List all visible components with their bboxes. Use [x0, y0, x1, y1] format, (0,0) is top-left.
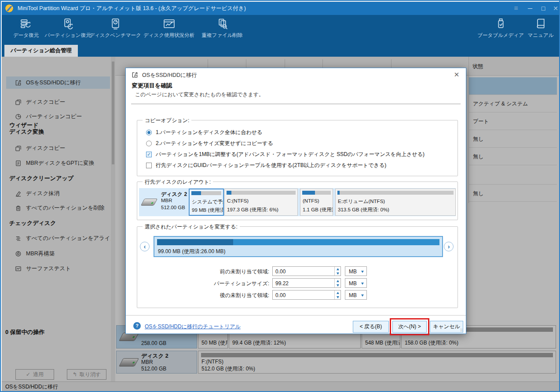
help-icon[interactable]: ?: [133, 322, 141, 330]
resize-grip[interactable]: ⠿: [460, 328, 465, 333]
minimize-icon[interactable]: ─: [524, 2, 536, 15]
resize-partition-group: 選択されたパーティションを変更する: ‹ 99.00 MB (使用済:26.00…: [137, 226, 458, 308]
toolbar-manual[interactable]: マニュアル: [525, 18, 556, 39]
data-recovery-icon: [20, 18, 32, 30]
checkbox-use-guid[interactable]: 行先ディスクにGUIDパーティションテーブルを使用する(2TB以上のディスクをサ…: [146, 162, 386, 169]
title-bar: MiniTool Partition Wizard プロ・アルティメット版 13…: [2, 2, 560, 15]
spinner-down-icon: [335, 283, 340, 287]
partition-recovery-icon: [62, 18, 74, 30]
radio-no-resize[interactable]: 2.パーティションをサイズ変更せずにコピーする: [146, 140, 273, 147]
tab-partition-management[interactable]: パーティション総合管理: [4, 45, 78, 57]
layout-disk-info: ディスク 2 MBR 512.00 GB: [139, 188, 189, 216]
toolbar-disk-benchmark[interactable]: ディスクベンチマーク: [88, 18, 143, 39]
spinner[interactable]: [334, 279, 340, 287]
window-title: MiniTool Partition Wizard プロ・アルティメット版 13…: [18, 5, 246, 12]
spinner-down-icon: [335, 295, 340, 299]
target-layout-group: 行先ディスクのレイアウト: ディスク 2 MBR 512.00 GB システムで…: [137, 181, 458, 220]
maximize-icon[interactable]: □: [538, 2, 549, 15]
partition-size-slider[interactable]: 99.00 MB (使用済:26.00 MB): [154, 236, 443, 257]
toolbar-data-recovery[interactable]: データ復元: [6, 18, 46, 39]
disk-benchmark-icon: [110, 18, 121, 30]
slider-bar[interactable]: [157, 239, 439, 245]
checkbox-checked-icon[interactable]: ✓: [146, 152, 152, 157]
radio-icon[interactable]: [146, 141, 152, 146]
layout-partition-system-reserved[interactable]: システムで予約 99 MB (使用済: [189, 189, 224, 216]
toolbar-space-analyzer[interactable]: ディスク使用状況分析: [141, 18, 197, 39]
main-toolbar: データ復元 パーティション復元 ディスクベンチマーク ディスク使用状況分析 重複…: [2, 15, 560, 45]
space-analyzer-icon: [163, 18, 175, 30]
toolbar-duplicate-finder[interactable]: 重複ファイル削除: [198, 18, 246, 39]
unit-dropdown[interactable]: MB: [345, 266, 367, 276]
close-icon[interactable]: ✕: [550, 2, 560, 15]
radio-selected-icon[interactable]: [146, 130, 152, 135]
spinner-down-icon: [335, 271, 340, 276]
back-button[interactable]: < 戻る(B): [353, 321, 389, 333]
unallocated-before-input[interactable]: 0.00: [272, 266, 341, 276]
dialog-title: OSをSSD/HDDに移行: [142, 72, 197, 79]
spinner-up-icon: [335, 290, 340, 295]
slider-used-segment: [157, 239, 233, 245]
dialog-close-icon[interactable]: ✕: [452, 70, 461, 80]
menu-icon[interactable]: ≡: [510, 2, 522, 15]
unallocated-after-input[interactable]: 0.00: [272, 290, 341, 300]
slider-label: 99.00 MB (使用済:26.00 MB): [158, 248, 225, 255]
checkbox-icon[interactable]: [146, 163, 152, 168]
migrate-os-dialog: OSをSSD/HDDに移行 ✕ 変更項目を確認 このページにおいて変更されたもの…: [125, 68, 466, 334]
tutorial-link[interactable]: OSをSSD/HDDに移行のチュートリアル: [145, 323, 241, 330]
app-logo-icon: [5, 4, 14, 13]
chevron-right-icon[interactable]: ›: [444, 242, 454, 251]
layout-disk-row: ディスク 2 MBR 512.00 GB システムで予約 99 MB (使用済 …: [139, 188, 456, 216]
toolbar-bootable-media[interactable]: ブータブルメディア: [476, 18, 525, 39]
dialog-heading: 変更項目を確認: [132, 82, 172, 90]
spinner-up-icon: [335, 267, 340, 271]
migrate-os-icon: [132, 72, 138, 78]
chevron-left-icon[interactable]: ‹: [140, 242, 150, 251]
annotation-highlight: [390, 318, 429, 335]
cancel-button[interactable]: キャンセル: [430, 321, 463, 333]
tab-bar: パーティション総合管理: [2, 45, 560, 57]
duplicate-finder-icon: [216, 18, 228, 30]
dialog-subheading: このページにおいて変更されたものを確認できます。: [135, 91, 264, 98]
layout-partition-e[interactable]: E:ボリューム(NTFS) 313.5 GB (使用済: 0%): [335, 189, 456, 216]
dropdown-arrow-icon: [361, 294, 364, 297]
toolbar-partition-recovery[interactable]: パーティション復元: [44, 18, 92, 39]
unit-dropdown[interactable]: MB: [345, 278, 367, 288]
divider: [126, 315, 466, 316]
disk-icon: [141, 199, 158, 206]
checkbox-align-1mb[interactable]: ✓ パーティションを1MBに調整する(アドバンスド・フォーマットディスクと SS…: [146, 151, 425, 158]
spinner[interactable]: [334, 290, 340, 299]
unit-dropdown[interactable]: MB: [345, 290, 367, 300]
dropdown-arrow-icon: [361, 283, 364, 285]
dropdown-arrow-icon: [361, 271, 364, 273]
layout-partition-c[interactable]: C:(NTFS) 197.3 GB (使用済: 6%): [224, 189, 298, 216]
layout-partition-ntfs[interactable]: (NTFS) 1.1 GB (使用済: [300, 189, 333, 216]
manual-icon: [535, 18, 547, 30]
app-window: MiniTool Partition Wizard プロ・アルティメット版 13…: [0, 0, 560, 392]
spinner[interactable]: [334, 267, 340, 276]
partition-size-input[interactable]: 99.22: [272, 278, 341, 288]
divider: [131, 104, 461, 104]
spinner-up-icon: [335, 279, 340, 283]
bootable-media-icon: [495, 18, 507, 30]
copy-options-group: コピーオプション: 1.パーティションをディスク全体に合わせる 2.パーティショ…: [137, 120, 458, 176]
dialog-title-bar: OSをSSD/HDDに移行 ✕: [126, 68, 466, 81]
radio-fit-disk[interactable]: 1.パーティションをディスク全体に合わせる: [146, 129, 262, 136]
